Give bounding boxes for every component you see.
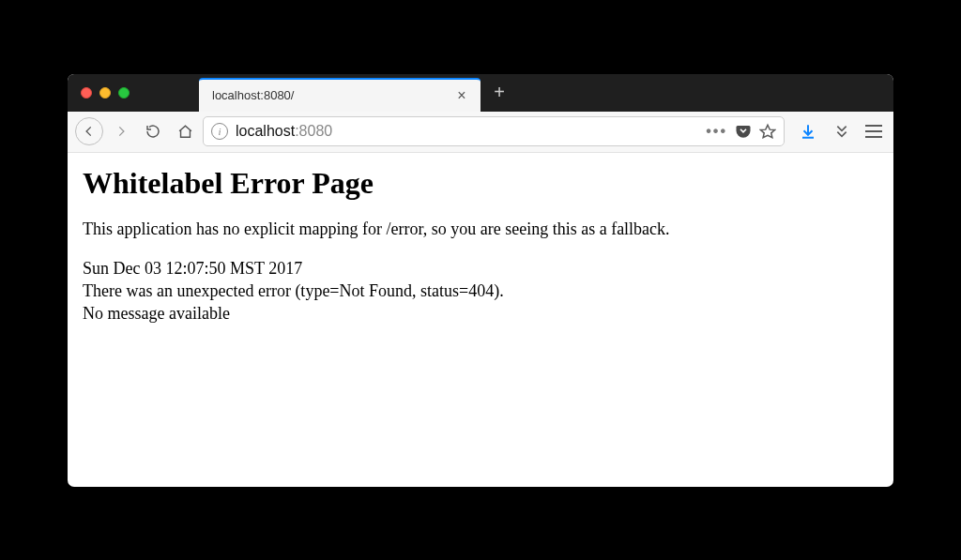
page-heading: Whitelabel Error Page xyxy=(83,166,878,201)
pocket-icon[interactable] xyxy=(735,123,752,140)
browser-window: localhost:8080/ × + i localhost:8080 xyxy=(68,74,893,487)
url-host: localhost xyxy=(236,123,295,139)
titlebar-spacer xyxy=(143,74,199,112)
url-text: localhost:8080 xyxy=(236,123,332,140)
toolbar-right xyxy=(788,117,886,145)
close-tab-icon[interactable]: × xyxy=(452,87,471,104)
tab-title: localhost:8080/ xyxy=(212,88,452,102)
page-content: Whitelabel Error Page This application h… xyxy=(68,153,893,487)
minimize-window-button[interactable] xyxy=(99,87,111,98)
error-message: No message available xyxy=(83,302,878,325)
downloads-icon[interactable] xyxy=(794,117,822,145)
fallback-message: This application has no explicit mapping… xyxy=(83,218,878,240)
browser-tab[interactable]: localhost:8080/ × xyxy=(199,78,480,112)
url-port: :8080 xyxy=(295,123,332,139)
navigation-toolbar: i localhost:8080 ••• xyxy=(68,112,893,153)
overflow-menu-icon[interactable] xyxy=(828,117,856,145)
new-tab-button[interactable]: + xyxy=(480,74,518,112)
zoom-window-button[interactable] xyxy=(118,87,130,98)
site-info-icon[interactable]: i xyxy=(211,123,228,140)
url-bar[interactable]: i localhost:8080 ••• xyxy=(203,116,785,146)
error-timestamp: Sun Dec 03 12:07:50 MST 2017 xyxy=(83,257,878,280)
home-button[interactable] xyxy=(171,117,199,145)
svg-marker-0 xyxy=(761,125,775,138)
forward-button[interactable] xyxy=(107,117,135,145)
error-detail: There was an unexpected error (type=Not … xyxy=(83,280,878,302)
bookmark-star-icon[interactable] xyxy=(759,123,776,140)
reload-button[interactable] xyxy=(139,117,167,145)
traffic-lights xyxy=(68,74,143,112)
back-button[interactable] xyxy=(75,117,103,145)
close-window-button[interactable] xyxy=(81,87,92,98)
title-bar: localhost:8080/ × + xyxy=(68,74,893,112)
page-actions-icon[interactable]: ••• xyxy=(706,123,727,140)
hamburger-menu-icon[interactable] xyxy=(862,119,886,144)
